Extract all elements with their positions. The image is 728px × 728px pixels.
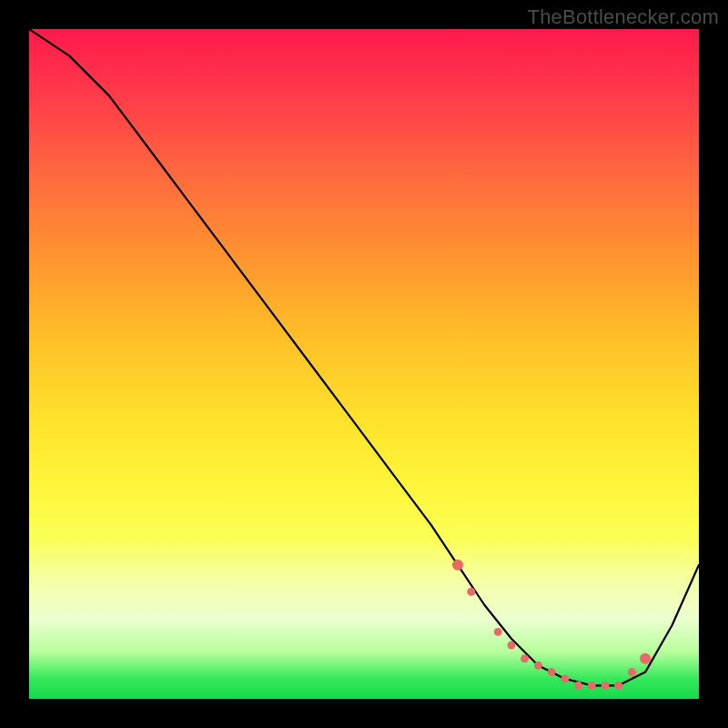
chart-markers: [452, 560, 651, 690]
marker-point: [602, 682, 610, 690]
marker-point: [507, 642, 515, 650]
chart-curve: [29, 29, 699, 685]
marker-point: [467, 588, 475, 596]
marker-point: [534, 662, 542, 670]
chart-plot-area: [29, 29, 699, 699]
marker-point: [614, 682, 622, 690]
marker-point: [548, 668, 556, 676]
marker-point: [640, 653, 651, 664]
marker-point: [452, 560, 463, 571]
chart-svg: [29, 29, 699, 699]
marker-point: [588, 682, 596, 690]
marker-point: [574, 682, 582, 690]
outer-frame: TheBottlenecker.com: [0, 0, 728, 728]
marker-point: [521, 654, 529, 662]
marker-point: [494, 628, 502, 636]
marker-point: [561, 674, 569, 682]
marker-point: [628, 668, 636, 676]
watermark-text: TheBottlenecker.com: [528, 5, 719, 29]
